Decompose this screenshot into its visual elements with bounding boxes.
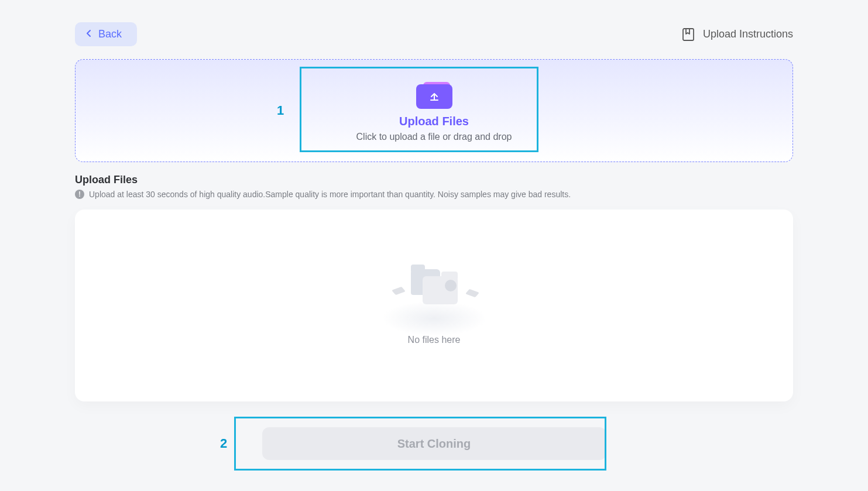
bottom-actions: 2 Start Cloning [75, 417, 793, 471]
start-cloning-button[interactable]: Start Cloning [262, 427, 606, 460]
annotation-step-2: 2 [220, 436, 227, 451]
svg-rect-0 [683, 29, 694, 40]
instructions-label: Upload Instructions [703, 28, 793, 40]
empty-files-text: No files here [408, 335, 461, 345]
dropzone-subtitle: Click to upload a file or drag and drop [356, 132, 512, 142]
section-title: Upload Files [75, 174, 793, 186]
upload-instructions-link[interactable]: Upload Instructions [681, 27, 793, 42]
dropzone-title: Upload Files [356, 115, 512, 128]
upload-dropzone[interactable]: 1 Upload Files Click to upload a file or… [75, 59, 793, 162]
upload-folder-icon [416, 80, 452, 109]
bookmark-page-icon [681, 27, 696, 42]
hint-row: ! Upload at least 30 seconds of high qua… [75, 190, 793, 199]
files-panel: No files here [75, 210, 793, 401]
back-button[interactable]: Back [75, 22, 137, 46]
info-icon: ! [75, 190, 84, 199]
back-label: Back [98, 28, 122, 40]
chevron-left-icon [85, 29, 92, 40]
annotation-step-1: 1 [277, 103, 284, 118]
header-row: Back Upload Instructions [75, 22, 793, 46]
dropzone-content: Upload Files Click to upload a file or d… [356, 80, 512, 142]
empty-files-icon [387, 266, 481, 318]
hint-text: Upload at least 30 seconds of high quali… [89, 190, 571, 199]
